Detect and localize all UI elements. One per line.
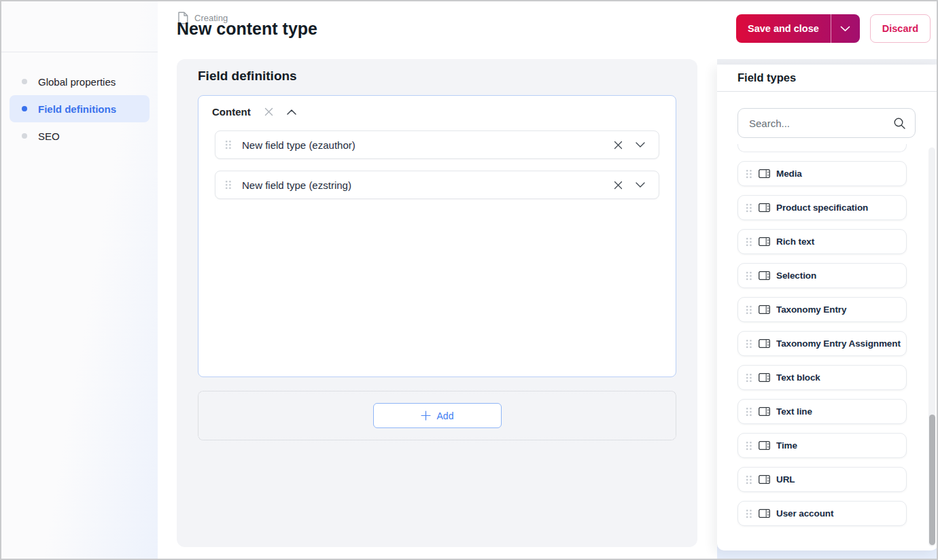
field-type-item[interactable]: Time <box>737 433 907 458</box>
field-type-label: User account <box>776 508 833 519</box>
bullet-dot-icon <box>22 133 27 139</box>
field-type-icon <box>759 237 770 246</box>
field-type-icon <box>759 305 770 314</box>
sidebar-item-label: Global properties <box>38 76 116 88</box>
field-type-label: Product specification <box>776 203 868 213</box>
chevron-down-icon <box>636 142 645 147</box>
section-nav: Global properties Field definitions SEO <box>1 68 158 150</box>
drag-handle-icon[interactable] <box>746 272 752 280</box>
field-type-item[interactable]: User account <box>737 501 907 526</box>
chevron-down-icon <box>840 26 850 32</box>
sidebar-divider <box>1 52 158 52</box>
anchor-sidebar: Global properties Field definitions SEO <box>1 1 158 559</box>
field-type-item[interactable]: Selection <box>737 263 907 288</box>
field-type-label: Taxonomy Entry Assignment <box>776 338 901 349</box>
field-type-list: Media Product specification <box>717 144 938 526</box>
field-type-icon <box>759 509 770 518</box>
drag-handle-icon[interactable] <box>746 170 752 178</box>
save-and-close-button[interactable]: Save and close <box>736 14 831 43</box>
search-icon <box>893 117 906 133</box>
field-definition-row[interactable]: New field type (ezauthor) <box>215 130 659 159</box>
chevron-up-icon <box>287 109 296 115</box>
field-types-search-input[interactable] <box>737 108 916 138</box>
page-title: New content type <box>177 19 317 39</box>
close-icon <box>264 107 273 116</box>
sidebar-item[interactable]: SEO <box>10 122 150 150</box>
drag-handle-icon[interactable] <box>746 238 752 246</box>
sidebar-item[interactable]: Global properties <box>10 68 150 95</box>
drag-handle-icon[interactable] <box>746 408 752 416</box>
drag-handle-icon[interactable] <box>226 181 231 189</box>
field-types-card: Field types <box>717 65 938 550</box>
drag-handle-icon[interactable] <box>746 340 752 348</box>
save-split-button: Save and close <box>736 14 860 43</box>
page-header: Creating New content type Save and close… <box>158 1 937 59</box>
field-types-title: Field types <box>737 71 796 84</box>
field-type-label: Media <box>776 169 802 179</box>
clipped-field-type-card <box>737 144 907 152</box>
discard-button[interactable]: Discard <box>870 14 931 43</box>
expand-field-button[interactable] <box>636 182 645 188</box>
field-type-label: Time <box>776 440 797 451</box>
field-type-icon <box>759 203 770 212</box>
close-icon <box>614 141 623 150</box>
remove-field-button[interactable] <box>614 181 623 190</box>
drag-handle-icon[interactable] <box>746 306 752 314</box>
plus-icon <box>421 410 431 421</box>
field-type-item[interactable]: Taxonomy Entry <box>737 297 907 322</box>
expand-field-button[interactable] <box>636 142 645 147</box>
field-type-label: Selection <box>776 270 816 281</box>
field-type-item[interactable]: Product specification <box>737 195 907 220</box>
scrollbar-thumb[interactable] <box>929 415 935 545</box>
save-options-toggle[interactable] <box>831 14 860 43</box>
field-type-item[interactable]: Media <box>737 161 907 186</box>
add-field-button[interactable]: Add <box>373 403 502 428</box>
field-type-item[interactable]: URL <box>737 467 907 492</box>
content-field-group: Content New field type (ezauthor) <box>198 95 676 377</box>
drag-handle-icon[interactable] <box>746 476 752 484</box>
add-field-dropzone: Add <box>198 391 676 440</box>
group-title: Content <box>212 106 251 118</box>
field-type-icon <box>759 339 770 348</box>
field-type-icon <box>759 169 770 178</box>
field-definitions-panel: Field definitions Content <box>177 59 697 547</box>
field-type-label: Text block <box>776 372 820 383</box>
panel-heading: Field definitions <box>198 69 297 84</box>
collapse-group-button[interactable] <box>287 109 296 115</box>
field-type-icon <box>759 475 770 484</box>
field-type-label: Rich text <box>776 237 814 247</box>
field-type-item[interactable]: Rich text <box>737 229 907 254</box>
remove-field-button[interactable] <box>614 141 623 150</box>
drag-handle-icon[interactable] <box>226 141 231 149</box>
field-type-item[interactable]: Text line <box>737 399 907 424</box>
field-definition-list: New field type (ezauthor) <box>198 128 676 199</box>
field-types-sidebar: Field types <box>717 59 938 559</box>
sidebar-item[interactable]: Field definitions <box>10 95 150 122</box>
field-definition-label: New field type (ezauthor) <box>242 139 355 151</box>
drag-handle-icon[interactable] <box>746 442 752 450</box>
field-type-icon <box>759 271 770 280</box>
field-type-label: Taxonomy Entry <box>776 304 846 315</box>
field-type-label: Text line <box>776 406 812 417</box>
field-definition-row[interactable]: New field type (ezstring) <box>215 171 659 199</box>
drag-handle-icon[interactable] <box>746 374 752 382</box>
drag-handle-icon[interactable] <box>746 204 752 212</box>
field-type-label: URL <box>776 474 795 485</box>
field-type-item[interactable]: Text block <box>737 365 907 390</box>
field-type-icon <box>759 441 770 450</box>
field-definition-label: New field type (ezstring) <box>242 179 351 191</box>
chevron-down-icon <box>636 182 645 188</box>
sidebar-item-label: Field definitions <box>38 103 116 115</box>
field-type-icon <box>759 373 770 382</box>
content-type-editor: Global properties Field definitions SEO … <box>0 0 938 560</box>
bullet-dot-icon <box>22 106 27 111</box>
field-type-item[interactable]: Taxonomy Entry Assignment <box>737 331 907 356</box>
sidebar-item-label: SEO <box>38 130 60 142</box>
drag-handle-icon[interactable] <box>746 510 752 518</box>
scrollbar-track[interactable] <box>928 147 935 546</box>
bullet-dot-icon <box>22 79 27 84</box>
close-icon <box>614 181 623 190</box>
field-type-icon <box>759 407 770 416</box>
remove-group-button[interactable] <box>264 107 273 116</box>
add-button-label: Add <box>437 410 454 421</box>
